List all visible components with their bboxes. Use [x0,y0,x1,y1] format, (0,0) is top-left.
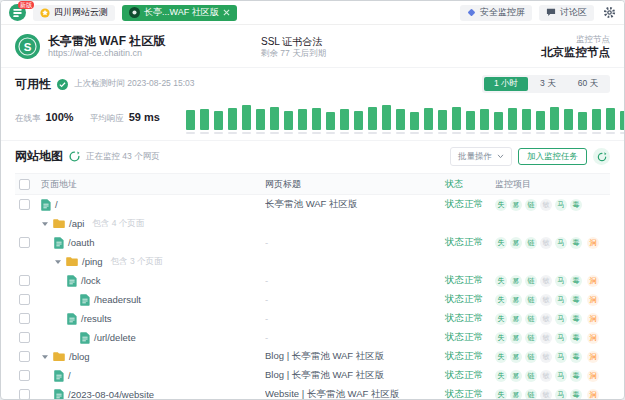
table-row[interactable]: /ping包含 3 个页面 [15,252,610,271]
chart-bar [536,111,545,134]
availability-title: 可用性 [15,76,51,93]
page-path[interactable]: /results [81,313,112,324]
chart-bar [368,107,377,134]
monitor-item-badge: 篡 [510,313,522,325]
page-path[interactable]: /lock [81,275,101,286]
chart-bar [508,108,517,134]
time-range-option[interactable]: 1 小时 [484,77,528,91]
time-range-option[interactable]: 60 天 [568,77,608,91]
chart-bar [578,112,587,134]
table-row[interactable]: /长亭雷池 WAF 社区版状态正常失篡链敏马毒 [15,195,610,214]
sitemap-section: 网站地图 正在监控 43 个网页 批量操作 加入监控任务 页面地址 [1,141,624,400]
row-checkbox[interactable] [19,351,30,362]
chart-bar [200,109,209,134]
chart-bar [214,111,223,134]
monitor-item-badge: 马 [555,275,567,287]
row-checkbox[interactable] [19,332,30,343]
caret-down-icon[interactable] [41,353,49,361]
button-label: 加入监控任务 [527,151,578,163]
close-icon[interactable] [223,9,230,16]
page-path[interactable]: /blog [69,351,90,362]
chevron-down-icon [497,154,504,159]
monitor-item-badge: 毒 [570,370,582,382]
row-checkbox[interactable] [19,199,30,210]
table-row[interactable]: /blogBlog | 长亭雷池 WAF 社区版状态正常失篡链敏马毒洞 [15,347,610,366]
page-path[interactable]: /ping [82,256,103,267]
app-logo[interactable]: 新版 [9,4,26,21]
chart-bar [270,107,279,134]
monitor-item-badge: 毒 [570,199,582,211]
crawl-status: 正在监控 43 个网页 [86,151,160,163]
monitor-item-badge: 链 [525,332,537,344]
tab-group-list[interactable]: 四川网站云测 [33,5,115,21]
page-path[interactable]: / [55,199,58,210]
chart-bar [592,109,601,134]
availability-chart [186,102,625,134]
row-checkbox[interactable] [19,294,30,305]
forum-button[interactable]: 讨论区 [539,5,594,21]
chart-bar [620,111,625,134]
column-header-path: 页面地址 [41,178,265,191]
chart-bar [312,108,321,134]
row-checkbox[interactable] [19,370,30,381]
page-path[interactable]: /url/delete [94,332,136,343]
monitor-item-badge: 失 [495,199,507,211]
refresh-button[interactable] [593,148,610,165]
monitor-item-badge: 篡 [510,199,522,211]
page-path[interactable]: / [68,370,71,381]
monitor-item-badge: 马 [555,199,567,211]
status-badge: 状态正常 [445,312,495,325]
chart-bar [452,107,461,134]
diamond-icon [467,8,476,17]
caret-down-icon[interactable] [54,258,62,266]
table-row[interactable]: /results-状态正常失篡链敏马毒洞 [15,309,610,328]
security-screen-button[interactable]: 安全监控屏 [460,5,532,21]
table-row[interactable]: /oauth-状态正常失篡链敏马毒洞 [15,233,610,252]
chart-bar [494,112,503,134]
row-checkbox[interactable] [19,313,30,324]
batch-actions-dropdown[interactable]: 批量操作 [450,147,512,166]
folder-page-count: 包含 4 个页面 [92,218,144,230]
page-title: - [265,332,445,343]
page-path[interactable]: /api [69,218,84,229]
settings-gear-button[interactable] [603,6,616,19]
row-checkbox[interactable] [19,275,30,286]
caret-down-icon[interactable] [41,220,49,228]
alert-badge: 洞 [587,332,599,344]
row-checkbox[interactable] [19,237,30,248]
monitor-item-badge: 篡 [510,332,522,344]
column-header-title: 网页标题 [265,178,445,191]
app-window: 新版 四川网站云测 长亭...WAF 社区版 安全监控屏 讨论区 S 长亭雷 [0,0,625,400]
alert-badge: 洞 [587,313,599,325]
monitor-item-badge: 毒 [570,275,582,287]
alert-badge: 洞 [587,294,599,306]
monitor-item-badge: 敏 [540,237,552,249]
chart-bar [606,108,615,134]
site-url[interactable]: https://waf-ce.chaitin.cn [48,48,165,59]
monitor-item-badge: 链 [525,313,537,325]
chart-bar [564,109,573,134]
table-row[interactable]: /headersult-状态正常失篡链敏马毒洞 [15,290,610,309]
tab-current-site[interactable]: 长亭...WAF 社区版 [122,5,237,21]
table-row[interactable]: /2023-08-04/websiteWebsite | 长亭雷池 WAF 社区… [15,385,610,400]
dropdown-label: 批量操作 [458,151,492,163]
add-monitor-task-button[interactable]: 加入监控任务 [518,148,587,165]
table-row[interactable]: /api包含 4 个页面 [15,214,610,233]
last-check-time: 上次检测时间 2023-08-25 15:03 [74,78,194,90]
table-row[interactable]: /url/delete-状态正常失篡链敏马毒洞 [15,328,610,347]
svg-text:S: S [24,41,32,53]
folder-page-count: 包含 3 个页面 [111,256,163,268]
table-row[interactable]: /Blog | 长亭雷池 WAF 社区版状态正常失篡链敏马毒洞 [15,366,610,385]
monitor-item-badge: 失 [495,237,507,249]
stat-label: 在线率 [15,113,41,125]
time-range-option[interactable]: 3 天 [530,77,566,91]
page-path[interactable]: /headersult [94,294,141,305]
select-all-checkbox[interactable] [19,179,30,190]
row-checkbox[interactable] [19,389,30,400]
monitor-item-badge: 失 [495,275,507,287]
page-path[interactable]: /2023-08-04/website [68,389,154,400]
table-row[interactable]: /lock-状态正常失篡链敏马毒洞 [15,271,610,290]
online-rate-stat: 在线率 100% [15,111,74,125]
page-path[interactable]: /oauth [68,237,94,248]
monitor-item-badge: 篡 [510,237,522,249]
